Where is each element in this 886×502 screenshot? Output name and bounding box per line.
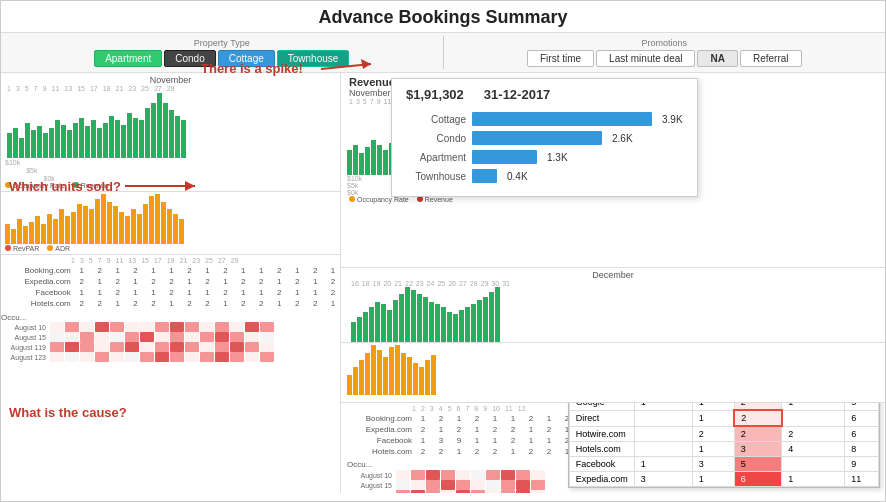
tooltip-bar-apartment-bar: [472, 150, 537, 164]
td-townhouse: [782, 410, 845, 426]
tooltip-bar-townhouse: Townhouse 0.4K: [406, 169, 683, 183]
nov-bar-chart: [5, 93, 336, 158]
tooltip-bar-condo: Condo 2.6K: [406, 131, 683, 145]
cause-annotation: What is the cause?: [9, 403, 127, 421]
heatmap-row-aug10: August 10: [1, 322, 340, 332]
td-cottage: 2: [734, 426, 782, 442]
right-source-area: 123456 789101112 Booking.com 121 211 212…: [341, 403, 885, 493]
td-condo: 1: [692, 403, 734, 410]
which-units-arrow: [125, 176, 205, 196]
property-type-label: Property Type: [194, 38, 250, 48]
right-panel: Revenue vs Occupancy Rate November 13579…: [341, 73, 885, 493]
td-source: Google: [569, 403, 634, 410]
td-cottage: 2: [734, 403, 782, 410]
occ-label: Occu...: [1, 313, 340, 322]
src-row-hotels: Hotels.com 221 221 221 221 221: [1, 298, 340, 309]
left-panel: November 135 7911 131517 192123 252729: [1, 73, 341, 493]
src-row-expedia: Expedia.com 212 122 121 221 212: [1, 276, 340, 287]
which-units-annotation: Which units sold?: [9, 176, 205, 196]
td-townhouse: 1: [782, 403, 845, 410]
right-bottom: December 161819202122 232425262728 29303…: [341, 268, 885, 493]
adr-right-section: [341, 343, 885, 403]
td-apartment: [634, 426, 692, 442]
td-total: 9: [845, 457, 879, 472]
heatmap-row-aug15: August 15: [1, 332, 340, 342]
tooltip-val-cottage: 3.9K: [662, 114, 683, 125]
td-source: Hotels.com: [569, 442, 634, 457]
page-title: Advance Bookings Summary: [1, 1, 885, 32]
td-cottage: 6: [734, 472, 782, 487]
td-total: 6: [845, 426, 879, 442]
page-wrapper: Advance Bookings Summary Property Type A…: [0, 0, 886, 502]
which-units-text: Which units sold?: [9, 179, 121, 194]
td-condo: 1: [692, 442, 734, 457]
td-cottage: 5: [734, 457, 782, 472]
heatmap-right-3: August 119: [347, 490, 879, 493]
table-row: Expedia.com 3 1 6 1 11: [569, 472, 878, 487]
td-apartment: 3: [634, 472, 692, 487]
promo-btn-first-time[interactable]: First time: [527, 50, 594, 67]
rev-occ-section: Revenue vs Occupancy Rate November 13579…: [341, 73, 885, 268]
tooltip-bar-condo-bar: [472, 131, 602, 145]
filter-btn-apartment[interactable]: Apartment: [94, 50, 162, 67]
tooltip-val-townhouse: 0.4K: [507, 171, 528, 182]
table-row: Google 1 1 2 1 5: [569, 403, 878, 410]
td-total: 8: [845, 442, 879, 457]
td-apartment: [634, 410, 692, 426]
nov-chart-block: November 135 7911 131517 192123 252729: [1, 73, 340, 192]
svg-marker-1: [361, 59, 371, 69]
tooltip-bar-townhouse-bar: [472, 169, 497, 183]
heatmap-row-aug119: August 119: [1, 342, 340, 352]
table-row: Hotels.com 1 3 4 8: [569, 442, 878, 457]
table-row: Facebook 1 3 5 9: [569, 457, 878, 472]
td-total: 6: [845, 410, 879, 426]
src-row-facebook: Facebook 112 112 112 112 112: [1, 287, 340, 298]
tooltip-label-townhouse: Townhouse: [406, 171, 466, 182]
bookings-table: Source Apartment Condo Cottage Townhouse…: [569, 403, 879, 487]
td-condo: 3: [692, 457, 734, 472]
tooltip-date: 31-12-2017: [484, 87, 551, 102]
table-row: Hotwire.com 2 2 2 6: [569, 426, 878, 442]
nov-dates: 135 7911 131517 192123 252729: [5, 85, 336, 93]
adr-chart-block: RevPAR ADR: [1, 192, 340, 255]
tooltip-bar-apartment: Apartment 1.3K: [406, 150, 683, 164]
dec-label: December: [347, 270, 879, 280]
spike-text: There is a spike!: [201, 61, 303, 76]
promo-btn-na[interactable]: NA: [697, 50, 737, 67]
heatmap-row-aug123: August 123: [1, 352, 340, 362]
dec-bars: [347, 287, 879, 342]
td-cottage-highlight: 2: [734, 410, 782, 426]
td-condo: 2: [692, 426, 734, 442]
tooltip-bar-cottage: Cottage 3.9K: [406, 112, 683, 126]
td-townhouse: [782, 457, 845, 472]
tooltip-label-cottage: Cottage: [406, 114, 466, 125]
dec-dates: 161819202122 232425262728 293031: [347, 280, 879, 287]
spike-annotation: There is a spike!: [201, 59, 303, 77]
tooltip-val-condo: 2.6K: [612, 133, 633, 144]
svg-marker-3: [185, 181, 195, 191]
tooltip-header: $1,91,302 31-12-2017: [406, 87, 683, 102]
td-total: 5: [845, 403, 879, 410]
td-apartment: 1: [634, 403, 692, 410]
spike-arrow: [321, 54, 381, 84]
promo-btn-referral[interactable]: Referral: [740, 50, 802, 67]
promo-btn-last-minute[interactable]: Last minute deal: [596, 50, 695, 67]
td-source: Hotwire.com: [569, 426, 634, 442]
td-source: Expedia.com: [569, 472, 634, 487]
rev-occ-legend: Occupancy Rate Revenue: [341, 196, 885, 203]
td-source: Facebook: [569, 457, 634, 472]
td-townhouse: 4: [782, 442, 845, 457]
td-apartment: 1: [634, 457, 692, 472]
td-cottage: 3: [734, 442, 782, 457]
td-total: 11: [845, 472, 879, 487]
adr-bar-chart: [5, 194, 336, 244]
tooltip-val-apartment: 1.3K: [547, 152, 568, 163]
adr-legend: RevPAR ADR: [5, 245, 336, 252]
tooltip-card: $1,91,302 31-12-2017 Cottage 3.9K Condo …: [391, 78, 698, 197]
src-row-booking: Booking.com 121 211 212 112 121: [1, 265, 340, 276]
table-body: Booking.com 3 5 Google 1: [569, 403, 878, 487]
td-condo: 1: [692, 410, 734, 426]
tooltip-amount: $1,91,302: [406, 87, 464, 102]
promotions-label: Promotions: [641, 38, 687, 48]
promotions-buttons: First time Last minute deal NA Referral: [527, 50, 802, 67]
